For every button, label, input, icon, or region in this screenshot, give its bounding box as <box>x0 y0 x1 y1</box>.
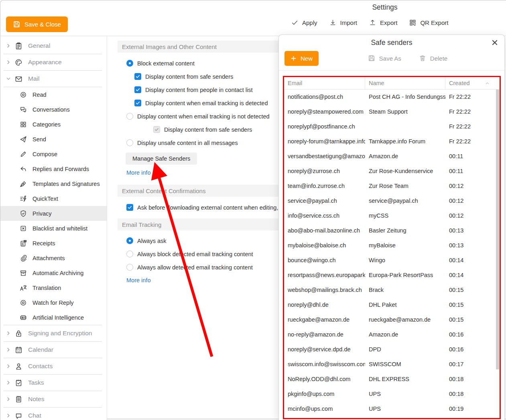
table-row[interactable]: versandbestaetigung@amazo... Amazon.de 0… <box>284 149 500 163</box>
table-row[interactable]: bounce@wingo.ch Wingo 00:14 <box>284 253 500 267</box>
manage-safe-senders-button[interactable]: Manage Safe Senders <box>126 153 197 165</box>
task-check-icon <box>15 379 22 387</box>
display-contact-list-checkbox[interactable] <box>134 86 141 93</box>
sidebar-item-contacts[interactable]: Contacts <box>0 358 107 374</box>
sidebar-item-translation[interactable]: Translation <box>0 280 107 295</box>
sidebar-item-tasks[interactable]: Tasks <box>0 375 107 391</box>
sidebar-item-artificial-intelligence[interactable]: Artificial Intelligence <box>0 310 107 325</box>
table-row[interactable]: team@info.zurrose.ch Zur Rose Team 00:12 <box>284 178 500 193</box>
sidebar-item-label: Tasks <box>28 379 44 386</box>
sidebar-item-chat[interactable]: Chat <box>0 408 107 420</box>
save-as-button[interactable]: Save As <box>368 55 401 62</box>
export-button[interactable]: Export <box>369 19 397 26</box>
table-row[interactable]: NoReply.ODD@dhl.com DHL EXPRESS 00:18 <box>284 371 500 386</box>
sidebar-item-blacklist-and-whitelist[interactable]: Blacklist and whitelist <box>0 221 107 236</box>
sidebar-item-quicktext[interactable]: QuickText <box>0 191 107 206</box>
settings-toolbar: ApplyImportExportQR Export <box>291 19 448 26</box>
display-safe-senders-sub-checkbox <box>153 126 160 133</box>
table-row[interactable]: noreplypf@postfinance.ch Fr 22:22 <box>284 119 500 134</box>
option-label: Always ask <box>137 238 167 244</box>
table-row[interactable]: no-reply@amazon.de Amazon.de 00:16 <box>284 327 500 342</box>
cell-email: mybaloise@baloise.ch <box>284 238 365 253</box>
table-header: Email Name Created <box>284 77 500 90</box>
chevron-right-icon <box>6 364 11 369</box>
cell-email: noreplypf@postfinance.ch <box>284 119 365 134</box>
always-block-radio[interactable] <box>126 251 133 257</box>
more-info-link[interactable]: More info <box>126 169 150 176</box>
new-sender-button[interactable]: New <box>284 51 319 66</box>
table-row[interactable]: noreply@dhl.de DHL Paket 00:15 <box>284 297 500 312</box>
sidebar-item-receipts[interactable]: Receipts <box>0 236 107 251</box>
sidebar-item-conversations[interactable]: Conversations <box>0 102 107 117</box>
sidebar-item-signing-and-encryption[interactable]: Signing and Encryption <box>0 325 107 341</box>
sidebar-item-categories[interactable]: Categories <box>0 117 107 132</box>
table-row[interactable]: mybaloise@baloise.ch myBaloise 00:13 <box>284 238 500 253</box>
table-row[interactable]: noreply@zurrose.ch Zur Rose-Kundenservic… <box>284 163 500 178</box>
sidebar-item-appearance[interactable]: Appearance <box>0 54 107 70</box>
option-row: Display content when email tracking is d… <box>134 96 279 110</box>
table-row[interactable]: notifications@post.ch Post CH AG - Info … <box>284 89 500 104</box>
sidebar-item-calendar[interactable]: 12Calendar <box>0 342 107 358</box>
import-button[interactable]: Import <box>329 19 358 26</box>
ask-before-downloading-checkbox[interactable] <box>126 204 133 211</box>
translate-icon <box>20 284 27 292</box>
sidebar-item-watch-for-reply[interactable]: Watch for Reply <box>0 295 107 310</box>
person-icon <box>15 363 22 370</box>
table-row[interactable]: noreply@service.dpd.de DPD 00:16 <box>284 342 500 357</box>
apply-button[interactable]: Apply <box>291 19 317 26</box>
always-ask-radio[interactable] <box>126 237 133 244</box>
table-row[interactable]: service@paypal.ch service@paypal.ch 00:1… <box>284 193 500 208</box>
section-external-content-confirmations: External Content Confirmations <box>118 185 279 197</box>
sidebar-item-notes[interactable]: Notes <box>0 391 107 407</box>
box-x-icon <box>20 225 27 232</box>
display-tracking-not-detected-radio[interactable] <box>126 113 133 120</box>
table-row[interactable]: webshop@mailings.brack.ch Brack 00:15 <box>284 282 500 297</box>
table-row[interactable]: abo@abo-mail.bazonline.ch Basler Zeitung… <box>284 223 500 238</box>
table-row[interactable]: noreply@steampowered.com Steam Support F… <box>284 104 500 119</box>
block-external-content-radio[interactable] <box>126 60 133 67</box>
sidebar-item-privacy[interactable]: Privacy <box>0 206 107 221</box>
table-scrollbar-thumb[interactable] <box>496 90 499 369</box>
cell-email: noreply@service.dpd.de <box>284 342 365 357</box>
chevron-right-icon <box>6 331 11 336</box>
table-row[interactable]: rueckgabe@amazon.de rueckgabe@amazon.de … <box>284 312 500 327</box>
save-and-close-button[interactable]: Save & Close <box>6 16 68 32</box>
sidebar-item-send[interactable]: Send <box>0 132 107 147</box>
cell-name: Zur Rose-Kundenservice <box>365 163 445 178</box>
column-header-name[interactable]: Name <box>365 77 445 89</box>
display-unsafe-content-radio[interactable] <box>126 139 133 146</box>
column-header-created[interactable]: Created <box>445 77 500 89</box>
sidebar-item-templates-and-signatures[interactable]: Templates and Signatures <box>0 176 107 191</box>
cell-created: Fr 22:22 <box>445 119 500 134</box>
column-header-email[interactable]: Email <box>284 77 365 89</box>
sidebar-item-replies-and-forwards[interactable]: Replies and Forwards <box>0 161 107 176</box>
sidebar-item-attachments[interactable]: Attachments <box>0 251 107 265</box>
table-row[interactable]: pkginfo@ups.com UPS 00:18 <box>284 386 500 401</box>
cell-email: pkginfo@ups.com <box>284 386 365 401</box>
cell-email: noreply@zurrose.ch <box>284 163 365 178</box>
display-safe-senders-checkbox[interactable] <box>134 73 141 80</box>
table-row[interactable]: mcinfo@ups.com UPS 00:19 <box>284 401 500 416</box>
option-label: Block external content <box>137 60 195 67</box>
table-row[interactable]: resortpass@news.europapark... Europa-Par… <box>284 267 500 282</box>
table-row[interactable]: swisscom.info@swisscom.com SWISSCOM 00:1… <box>284 357 500 371</box>
more-info-link[interactable]: More info <box>126 277 150 283</box>
cell-email: versandbestaetigung@amazo... <box>284 149 365 163</box>
sidebar-item-mail[interactable]: Mail <box>0 71 107 87</box>
delete-button[interactable]: Delete <box>419 55 447 62</box>
archive-icon <box>20 269 27 277</box>
table-row[interactable]: info@service.css.ch myCSS 00:12 <box>284 208 500 223</box>
sidebar-item-compose[interactable]: Compose <box>0 147 107 161</box>
sidebar-item-label: Templates and Signatures <box>33 181 100 187</box>
dialog-divider <box>279 70 504 71</box>
sidebar-item-general[interactable]: General <box>0 38 107 54</box>
palette-icon <box>15 59 22 66</box>
qr-export-button[interactable]: QR Export <box>409 19 448 26</box>
qr-icon <box>409 19 416 26</box>
always-allow-radio[interactable] <box>126 264 133 271</box>
sidebar-item-automatic-archiving[interactable]: Automatic Archiving <box>0 265 107 280</box>
display-tracking-detected-checkbox[interactable] <box>134 100 141 106</box>
table-row[interactable]: noreply-forum@tarnkappe.info Tarnkappe.i… <box>284 134 500 149</box>
sidebar-item-read[interactable]: Read <box>0 87 107 102</box>
close-icon[interactable] <box>491 39 498 46</box>
